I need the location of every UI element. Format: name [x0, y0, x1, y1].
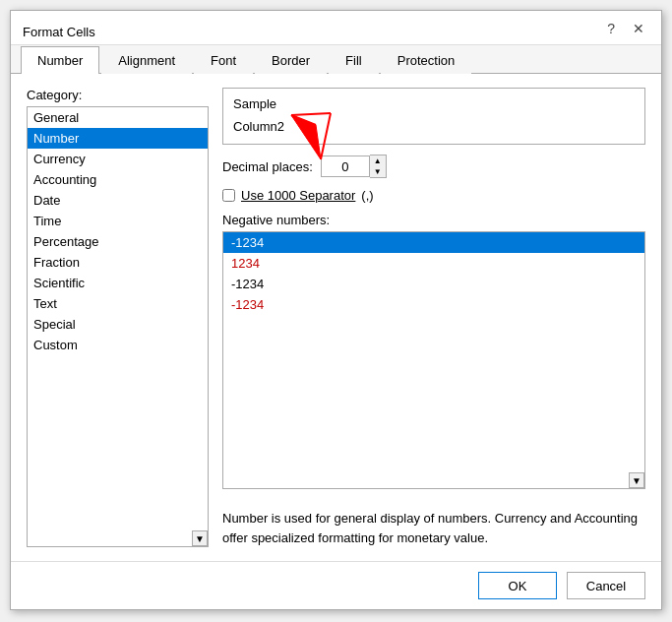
spinner-up[interactable]: ▲	[370, 156, 386, 166]
category-list-wrapper: General Number Currency Accounting Date …	[27, 106, 209, 547]
list-item[interactable]: Accounting	[28, 169, 208, 190]
separator-row: Use 1000 Separator (,)	[222, 188, 645, 203]
negative-label: Negative numbers:	[222, 213, 645, 227]
cancel-button[interactable]: Cancel	[567, 572, 645, 599]
negative-list: -1234 1234 -1234 -1234	[223, 232, 644, 488]
dialog-title: Format Cells	[23, 25, 95, 39]
list-item[interactable]: Currency	[28, 149, 208, 169]
category-panel: Category: General Number Currency Accoun…	[27, 88, 209, 547]
main-area: Category: General Number Currency Accoun…	[27, 88, 645, 547]
ok-button[interactable]: OK	[478, 572, 557, 599]
sample-value: Column2	[233, 117, 635, 136]
close-button[interactable]: ✕	[628, 19, 649, 38]
list-item[interactable]: Fraction	[28, 252, 208, 273]
separator-paren: (,)	[361, 188, 373, 203]
list-item[interactable]: -1234	[223, 274, 644, 294]
tab-number[interactable]: Number	[21, 46, 99, 74]
bottom-bar: OK Cancel	[11, 561, 661, 609]
spinner-buttons: ▲ ▼	[370, 155, 387, 178]
list-item[interactable]: Time	[28, 211, 208, 231]
tab-fill[interactable]: Fill	[329, 46, 379, 74]
list-item[interactable]: -1234	[223, 294, 644, 315]
decimal-label: Decimal places:	[222, 159, 313, 174]
help-button[interactable]: ?	[602, 19, 620, 38]
spinner-down[interactable]: ▼	[370, 166, 386, 177]
separator-checkbox[interactable]	[222, 189, 235, 202]
sample-label: Sample	[233, 96, 635, 111]
tab-protection[interactable]: Protection	[381, 46, 472, 74]
list-item[interactable]: Scientific	[28, 273, 208, 293]
negative-section: Negative numbers: -1234 1234 -1234 -1234…	[222, 213, 645, 489]
tab-border[interactable]: Border	[255, 46, 327, 74]
list-item-selected[interactable]: Number	[28, 128, 208, 149]
tab-bar: Number Alignment Font Border Fill Protec…	[11, 45, 661, 74]
category-label: Category:	[27, 88, 209, 102]
negative-list-wrapper: -1234 1234 -1234 -1234 ▼	[222, 231, 645, 489]
category-list: General Number Currency Accounting Date …	[28, 107, 208, 546]
decimal-wrapper: ▲ ▼	[321, 155, 387, 178]
right-panel: Sample Column2 Decimal places: ▲ ▼	[222, 88, 645, 547]
list-item[interactable]: Special	[28, 314, 208, 335]
title-bar: Format Cells ? ✕	[11, 11, 661, 45]
tab-content: Category: General Number Currency Accoun…	[11, 74, 661, 561]
list-item[interactable]: General	[28, 107, 208, 128]
tab-alignment[interactable]: Alignment	[101, 46, 192, 74]
negative-scroll-down[interactable]: ▼	[629, 472, 644, 488]
list-item[interactable]: Text	[28, 293, 208, 314]
list-item[interactable]: Percentage	[28, 231, 208, 252]
list-item[interactable]: Date	[28, 190, 208, 211]
description: Number is used for general display of nu…	[222, 509, 645, 547]
separator-label: Use 1000 Separator	[241, 188, 355, 203]
tab-font[interactable]: Font	[194, 46, 253, 74]
sample-box: Sample Column2	[222, 88, 645, 145]
decimal-spinner: ▲ ▼	[321, 155, 387, 178]
list-item[interactable]: -1234	[223, 232, 644, 253]
list-item[interactable]: 1234	[223, 253, 644, 274]
decimal-row: Decimal places: ▲ ▼	[222, 155, 645, 178]
title-bar-buttons: ? ✕	[602, 19, 649, 38]
list-item[interactable]: Custom	[28, 335, 208, 355]
decimal-input[interactable]	[321, 156, 370, 177]
format-cells-dialog: Format Cells ? ✕ Number Alignment Font B…	[10, 10, 662, 610]
category-scroll-down[interactable]: ▼	[192, 530, 208, 546]
